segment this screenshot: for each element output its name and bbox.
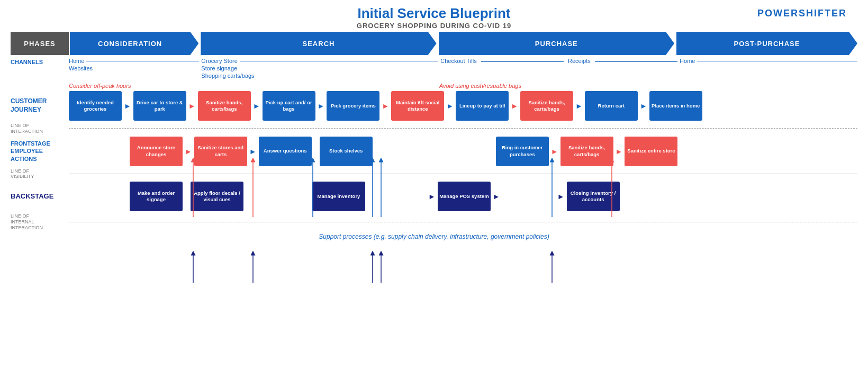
backstage-card-closing: Closing inventory / accounts [567, 182, 620, 211]
customer-journey-row: CUSTOMER JOURNEY Identify needed groceri… [11, 91, 857, 121]
backstage-card-inventory: Manage inventory [312, 182, 365, 211]
backstage-arr1: ► [428, 192, 436, 201]
backstage-cards-container: Make and order signage Apply floor decal… [69, 182, 857, 211]
title-area: Initial Service Blueprint GROCERY SHOPPI… [11, 5, 857, 30]
channel-receipts: Receipts [568, 58, 591, 64]
journey-card-sanitize1: Sanitize hands, carts/bags [198, 91, 251, 121]
frontstage-card-announce: Announce store changes [130, 137, 183, 166]
channel-home2: Home [680, 58, 695, 64]
support-text: Support processes (e.g. supply chain del… [11, 233, 857, 240]
journey-cards-container: Identify needed groceries ► Drive car to… [69, 91, 857, 121]
line-interaction-dashed [69, 128, 857, 129]
line-visibility-solid [69, 174, 857, 174]
channels-label: CHANNELS [11, 58, 69, 65]
backstage-row: BACKSTAGE Make and order signage Apply f… [11, 182, 857, 211]
journey-card-cart: Pick up cart and/ or bags [263, 91, 315, 121]
line-visibility-row: LINE OF VISIBILITY [11, 168, 857, 180]
note-consider: Consider off-peak hours [69, 80, 200, 90]
frontstage-label: FRONTSTAGE EMPLOYEE ACTIONS [11, 140, 69, 163]
phases-label: PHASES [11, 32, 69, 55]
frontstage-row: FRONTSTAGE EMPLOYEE ACTIONS Announce sto… [11, 137, 857, 166]
diagram-wrapper: PHASES CONSIDERATION SEARCH PURCHASE POS… [11, 32, 857, 240]
note-right-text: Avoid using cash/resuable bags [439, 83, 521, 89]
journey-card-distance: Maintain 6ft social distance [391, 91, 444, 121]
frontstage-card-answer: Answer questions [259, 137, 312, 166]
frontstage-arr1: ► [185, 147, 192, 156]
arr2: ► [188, 102, 196, 110]
main-title: Initial Service Blueprint [11, 5, 857, 22]
backstage-label: BACKSTAGE [11, 192, 69, 201]
backstage-card-decals: Apply floor decals / visual cues [191, 182, 243, 211]
arr6: ► [446, 102, 454, 110]
channel-group-2: Grocery Store Store signage Shopping car… [201, 58, 438, 79]
note-left-text: Consider off-peak hours [69, 83, 131, 89]
frontstage-arr3: ► [551, 147, 558, 156]
channel-store-signage: Store signage [201, 65, 438, 71]
backstage-arr3: ► [557, 192, 565, 201]
frontstage-arr4: ► [616, 147, 623, 156]
journey-card-drive: Drive car to store & park [133, 91, 186, 121]
frontstage-card-stock: Stock shelves [320, 137, 373, 166]
channel-home: Home [69, 58, 84, 64]
phase-postpurchase: POST-PURCHASE [676, 32, 857, 55]
logo: POWERSHIFTER [757, 8, 847, 19]
arr5: ► [382, 102, 389, 110]
journey-card-lineup: Lineup to pay at till [456, 91, 509, 121]
frontstage-card-sanitize2: Sanitize hands, carts/bags [560, 137, 613, 166]
channel-group-4: Home [680, 58, 857, 64]
channel-group-3: Checkout Tills Receipts [440, 58, 677, 64]
backstage-card-signage: Make and order signage [130, 182, 183, 211]
customer-journey-label: CUSTOMER JOURNEY [11, 97, 69, 114]
arr8: ► [575, 102, 583, 110]
frontstage-card-ring: Ring in customer purchases [496, 137, 549, 166]
channel-websites: Websites [69, 65, 199, 71]
channel-grocery-store: Grocery Store [201, 58, 237, 64]
note-avoid: Avoid using cash/resuable bags [439, 80, 679, 90]
line-interaction-label: LINE OF INTERACTION [11, 123, 69, 134]
arr4: ► [318, 102, 325, 110]
channels-row: CHANNELS Home Websites Grocery Store Sto… [11, 58, 857, 79]
journey-card-identify: Identify needed groceries [69, 91, 122, 121]
frontstage-arr2: ► [249, 147, 257, 156]
journey-card-groceries: Pick grocery items [327, 91, 379, 121]
frontstage-cards-container: Announce store changes ► Sanitize stores… [69, 137, 857, 166]
channel-group-1: Home Websites [69, 58, 199, 71]
phase-search: SEARCH [201, 32, 436, 55]
journey-card-place: Place items in home [649, 91, 702, 121]
channel-shopping-carts: Shopping carts/bags [201, 73, 438, 79]
phase-purchase: PURCHASE [439, 32, 674, 55]
phase-consideration: CONSIDERATION [70, 32, 198, 55]
backstage-card-pos: Manage POS system [438, 182, 491, 211]
line-internal-label: LINE OF INTERNAL INTERACTION [11, 213, 69, 230]
line-interaction-row: LINE OF INTERACTION [11, 123, 857, 134]
phases-bar: PHASES CONSIDERATION SEARCH PURCHASE POS… [11, 32, 857, 55]
arr1: ► [124, 102, 131, 110]
line-internal-row: LINE OF INTERNAL INTERACTION [11, 213, 857, 230]
journey-card-sanitize2: Sanitize hands, carts/bags [520, 91, 573, 121]
frontstage-card-sanitize-store: Sanitize entire store [625, 137, 677, 166]
arr9: ► [640, 102, 647, 110]
line-visibility-label: LINE OF VISIBILITY [11, 168, 69, 180]
notes-row: Consider off-peak hours Avoid using cash… [11, 80, 857, 90]
backstage-arr2: ► [493, 192, 500, 201]
journey-card-return: Return cart [585, 91, 638, 121]
channel-checkout-tills: Checkout Tills [440, 58, 476, 64]
arr3: ► [253, 102, 260, 110]
arr7: ► [511, 102, 518, 110]
line-internal-dashed [69, 222, 857, 222]
sub-title: GROCERY SHOPPING DURING CO-VID 19 [11, 22, 857, 30]
frontstage-card-sanitize: Sanitize stores and carts [194, 137, 247, 166]
